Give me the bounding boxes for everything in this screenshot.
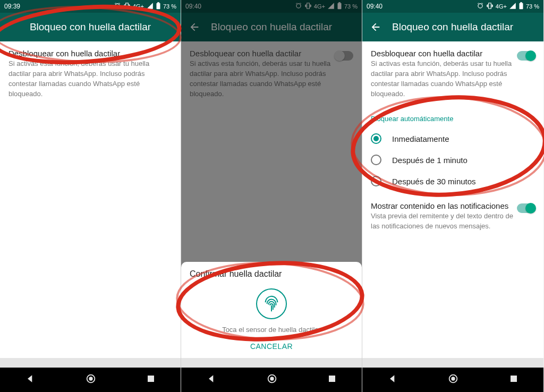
nav-home-icon[interactable] [85, 373, 97, 387]
svg-rect-1 [157, 2, 159, 3]
appbar: Bloqueo con huella dactilar [362, 13, 543, 41]
autolock-option-1min[interactable]: Después de 1 minuto [371, 149, 535, 171]
unlock-title: Desbloquear con huella dactilar [190, 49, 353, 58]
content-area: Desbloquear con huella dactilar Si activ… [362, 41, 543, 358]
battery-icon [337, 2, 342, 11]
unlock-toggle[interactable] [517, 51, 535, 61]
unlock-subtitle: Si activas esta función, deberás usar tu… [371, 59, 535, 99]
status-network: 4G+ [133, 3, 144, 10]
nav-back-icon[interactable] [25, 373, 36, 386]
unlock-title: Desbloquear con huella dactilar [371, 49, 535, 58]
status-time: 09:40 [367, 3, 382, 10]
radio-icon [371, 176, 381, 186]
android-navbar [362, 368, 543, 392]
unlock-toggle[interactable] [335, 51, 353, 61]
appbar: Bloqueo con huella dactilar [181, 13, 362, 41]
vibrate-icon [486, 2, 494, 11]
alarm-icon [477, 2, 484, 11]
fingerprint-title: Confirmar huella dactilar [190, 269, 353, 279]
unlock-toggle-row[interactable]: Desbloquear con huella dactilar Si activ… [371, 49, 535, 106]
nav-recent-icon[interactable] [509, 374, 518, 386]
unlock-subtitle: Si activas esta función, deberás usar tu… [190, 59, 353, 99]
status-time: 09:40 [185, 3, 201, 10]
content-area: Desbloquear con huella dactilar Si activ… [0, 41, 181, 358]
notif-subtitle: Vista previa del remitente y del texto d… [371, 211, 535, 232]
nav-spacer [181, 358, 362, 368]
cancel-button[interactable]: CANCELAR [190, 342, 353, 351]
unlock-toggle-row[interactable]: Desbloquear con huella dactilar Si activ… [190, 49, 353, 106]
statusbar: 09:40 4G+ 73 % [362, 0, 543, 13]
status-network: 4G+ [496, 3, 507, 10]
signal-icon [146, 2, 154, 11]
alarm-icon [295, 2, 302, 11]
battery-icon [518, 2, 524, 11]
status-battery: 73 % [526, 3, 539, 10]
radio-label: Después de 30 minutos [392, 177, 476, 186]
appbar: Bloqueo con huella dactilar [0, 13, 181, 41]
svg-rect-4 [148, 376, 154, 382]
status-battery: 73 % [163, 3, 176, 10]
svg-rect-0 [156, 3, 160, 9]
fingerprint-dialog: Confirmar huella dactilar Toca el sensor… [181, 262, 362, 358]
phone-screen-2: 09:40 4G+ 73 % Bloqueo con huella dactil… [181, 0, 362, 392]
unlock-toggle-row[interactable]: Desbloquear con huella dactilar Si activ… [8, 49, 172, 106]
svg-rect-10 [519, 3, 523, 9]
signal-icon [509, 2, 516, 11]
svg-rect-11 [520, 2, 522, 3]
nav-back-icon[interactable] [387, 373, 398, 386]
autolock-section-label: Bloquear automáticamente [371, 115, 535, 123]
svg-rect-14 [511, 376, 517, 382]
unlock-title: Desbloquear con huella dactilar [8, 49, 172, 58]
vibrate-icon [304, 2, 312, 11]
fingerprint-hint: Toca el sensor de huella dactilar [190, 326, 353, 334]
appbar-title: Bloqueo con huella dactilar [392, 21, 513, 33]
nav-spacer [362, 358, 543, 368]
fingerprint-icon[interactable] [256, 288, 287, 319]
battery-icon [156, 2, 161, 11]
phone-screen-3: 09:40 4G+ 73 % Bloqueo con huella dactil… [362, 0, 543, 392]
nav-recent-icon[interactable] [146, 374, 156, 386]
appbar-title: Bloqueo con huella dactilar [30, 21, 151, 33]
notif-title: Mostrar contenido en las notificaciones [371, 201, 535, 210]
status-battery: 73 % [344, 3, 358, 10]
status-network: 4G+ [314, 3, 325, 10]
svg-point-8 [270, 377, 274, 380]
unlock-subtitle: Si activas esta función, deberás usar tu… [8, 59, 172, 99]
back-icon[interactable] [189, 21, 200, 33]
android-navbar [0, 368, 181, 392]
nav-back-icon[interactable] [206, 373, 217, 386]
notif-toggle[interactable] [517, 203, 535, 213]
alarm-icon [114, 2, 121, 11]
statusbar: 09:39 4G+ 73 % [0, 0, 181, 13]
statusbar: 09:40 4G+ 73 % [181, 0, 362, 13]
nav-home-icon[interactable] [266, 373, 278, 387]
nav-recent-icon[interactable] [327, 374, 337, 386]
radio-icon [371, 155, 381, 165]
android-navbar [181, 368, 362, 392]
nav-spacer [0, 358, 181, 368]
signal-icon [327, 2, 335, 11]
svg-rect-5 [337, 3, 341, 9]
svg-rect-9 [329, 376, 335, 382]
vibrate-icon [123, 2, 131, 11]
nav-home-icon[interactable] [447, 373, 459, 387]
svg-point-3 [89, 377, 92, 380]
autolock-option-30min[interactable]: Después de 30 minutos [371, 171, 535, 192]
radio-icon [371, 133, 381, 144]
back-icon[interactable] [370, 21, 381, 33]
screenshot-triptych: 09:39 4G+ 73 % Bloqueo con hue [0, 0, 544, 392]
notification-preview-row[interactable]: Mostrar contenido en las notificaciones … [371, 201, 535, 239]
svg-rect-6 [338, 2, 341, 3]
appbar-title: Bloqueo con huella dactilar [211, 21, 332, 33]
autolock-option-immediately[interactable]: Inmediatamente [371, 128, 535, 149]
phone-screen-1: 09:39 4G+ 73 % Bloqueo con hue [0, 0, 181, 392]
svg-point-13 [452, 377, 455, 380]
status-time: 09:39 [4, 3, 20, 10]
radio-label: Después de 1 minuto [392, 156, 468, 165]
radio-label: Inmediatamente [392, 134, 449, 143]
